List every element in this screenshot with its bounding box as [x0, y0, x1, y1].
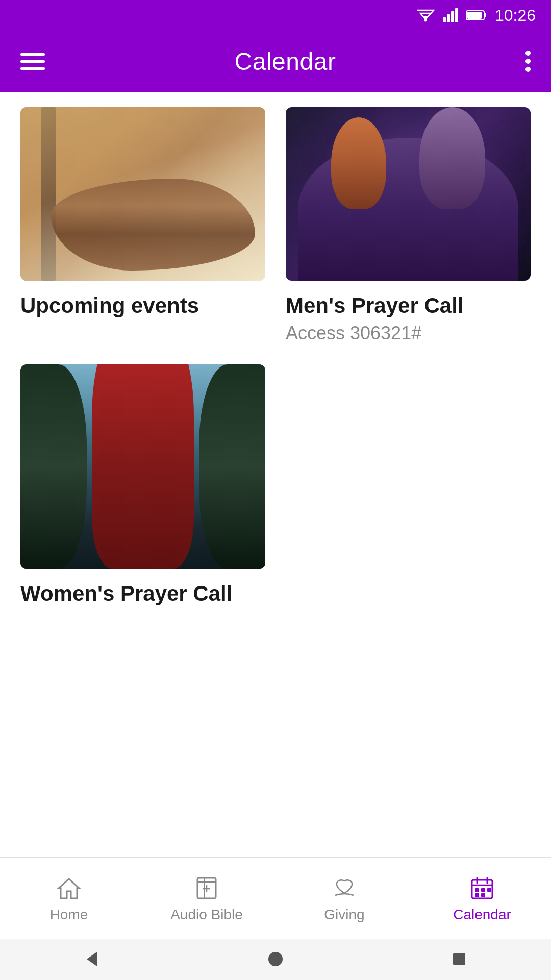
back-button[interactable]: [83, 950, 101, 970]
svg-point-23: [268, 952, 283, 966]
women-prayer-image: [20, 364, 265, 569]
hamburger-menu-button[interactable]: [20, 53, 45, 70]
prayer-group-image: [286, 107, 531, 281]
nav-label-calendar: Calendar: [453, 906, 511, 923]
nav-label-giving: Giving: [324, 906, 364, 923]
status-time: 10:26: [495, 6, 536, 25]
svg-rect-18: [481, 888, 485, 892]
mens-prayer-title: Men's Prayer Call: [286, 293, 531, 318]
womens-prayer-title: Women's Prayer Call: [20, 581, 265, 606]
upcoming-events-card[interactable]: Upcoming events: [20, 107, 265, 344]
nav-item-giving[interactable]: Giving: [276, 875, 413, 923]
app-bar: Calendar: [0, 31, 551, 92]
womens-prayer-card[interactable]: Women's Prayer Call: [20, 364, 265, 610]
recents-button[interactable]: [450, 950, 468, 970]
bottom-nav: Home Audio Bible Giving C: [0, 857, 551, 939]
svg-rect-24: [453, 953, 465, 965]
svg-rect-4: [455, 8, 458, 22]
calendar-icon: [469, 875, 495, 901]
main-content: Upcoming events Men's Prayer Call Access…: [0, 92, 551, 857]
more-options-button[interactable]: [525, 51, 531, 72]
svg-rect-1: [443, 17, 446, 22]
svg-marker-22: [87, 952, 97, 966]
mens-prayer-card[interactable]: Men's Prayer Call Access 306321#: [286, 107, 531, 344]
svg-rect-6: [484, 13, 486, 17]
card-grid: Upcoming events Men's Prayer Call Access…: [20, 107, 531, 611]
wifi-icon: [416, 8, 435, 22]
svg-rect-20: [475, 893, 479, 897]
app-bar-title: Calendar: [235, 47, 336, 76]
bible-icon: [193, 875, 220, 901]
svg-rect-21: [481, 893, 485, 897]
mens-prayer-image: [286, 107, 531, 281]
upcoming-events-title: Upcoming events: [20, 293, 265, 318]
home-icon: [56, 875, 82, 901]
giving-icon: [331, 875, 358, 901]
signal-icon: [443, 8, 458, 22]
nav-item-audio-bible[interactable]: Audio Bible: [138, 875, 276, 923]
womens-prayer-image: [20, 364, 265, 569]
svg-rect-7: [467, 12, 482, 19]
status-icons: 10:26: [416, 6, 536, 25]
notebook-image: [20, 107, 265, 281]
upcoming-events-image: [20, 107, 265, 281]
svg-rect-2: [447, 14, 450, 22]
svg-rect-3: [451, 11, 454, 22]
nav-label-audio-bible: Audio Bible: [170, 906, 243, 923]
svg-rect-19: [487, 888, 491, 892]
mens-prayer-subtitle: Access 306321#: [286, 323, 531, 344]
battery-icon: [466, 10, 487, 21]
status-bar: 10:26: [0, 0, 551, 31]
nav-item-home[interactable]: Home: [0, 875, 138, 923]
system-nav: [0, 939, 551, 980]
home-button[interactable]: [266, 950, 285, 970]
nav-label-home: Home: [50, 906, 88, 923]
svg-rect-17: [475, 888, 479, 892]
nav-item-calendar[interactable]: Calendar: [413, 875, 551, 923]
svg-point-0: [424, 19, 427, 22]
